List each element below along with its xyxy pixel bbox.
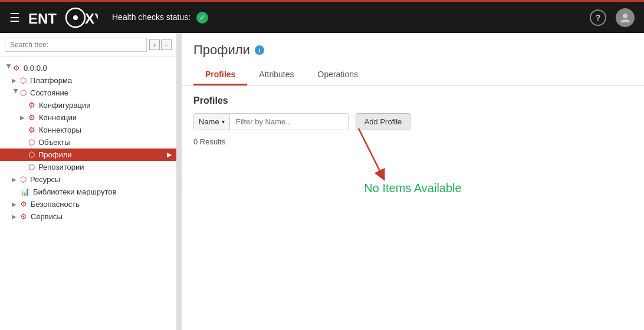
logo-svg: ENT XY bbox=[27, 6, 98, 29]
sidebar-item-configs[interactable]: ⚙ Конфигурации bbox=[0, 99, 176, 111]
repository-icon: ⬡ bbox=[28, 163, 35, 171]
topnav-right: ? bbox=[590, 8, 635, 27]
sidebar-item-label: Коннекторы bbox=[39, 126, 81, 134]
tabs: Profiles Attributes Operations bbox=[193, 65, 632, 85]
sidebar-item-label: Коннекции bbox=[39, 113, 77, 122]
state-icon: ⬡ bbox=[20, 88, 27, 97]
arrow-icon: ▶ bbox=[12, 213, 20, 220]
sidebar-item-label: Безопасность bbox=[31, 200, 80, 209]
arrow-icon: ▶ bbox=[13, 89, 19, 97]
main-layout: + − ▶ ⚙ 0.0.0.0 ▶ ⬡ Платформа ▶ ⬡ Состоя… bbox=[0, 33, 644, 330]
content-body: Profiles Name ▾ Add Profile 0 Results bbox=[182, 86, 644, 330]
sidebar-item-label: Сервисы bbox=[31, 212, 63, 221]
sidebar-item-services[interactable]: ▶ ⚙ Сервисы bbox=[0, 210, 176, 223]
chevron-right-icon: ▶ bbox=[167, 151, 172, 159]
search-bar: + − bbox=[0, 33, 176, 57]
annotation-arrow-sidebar bbox=[182, 87, 193, 182]
tab-operations[interactable]: Operations bbox=[306, 65, 370, 85]
security-icon: ⚙ bbox=[20, 200, 27, 209]
sidebar-item-label: Репозитории bbox=[38, 163, 84, 171]
arrow-icon: ▶ bbox=[12, 201, 20, 207]
tab-attributes[interactable]: Attributes bbox=[247, 65, 305, 85]
libraries-icon: 📊 bbox=[20, 187, 29, 196]
sidebar-item-label: Библиотеки маршрутов bbox=[33, 187, 116, 196]
arrow-icon: ▶ bbox=[6, 64, 12, 72]
objects-icon: ⬡ bbox=[28, 138, 35, 147]
health-status-label: Health checks status: ✓ bbox=[112, 12, 590, 24]
sidebar-item-platform[interactable]: ▶ ⬡ Платформа bbox=[0, 74, 176, 87]
services-icon: ⚙ bbox=[20, 212, 27, 221]
sidebar: + − ▶ ⚙ 0.0.0.0 ▶ ⬡ Платформа ▶ ⬡ Состоя… bbox=[0, 33, 177, 330]
sidebar-item-label: Состояние bbox=[30, 88, 68, 97]
search-input[interactable] bbox=[5, 38, 147, 52]
profiles-icon: ⬡ bbox=[28, 150, 35, 159]
results-count: 0 Results bbox=[193, 137, 632, 146]
chevron-down-icon: ▾ bbox=[222, 118, 225, 125]
sidebar-item-connections[interactable]: ▶ ⚙ Коннекции bbox=[0, 111, 176, 124]
sidebar-item-repository[interactable]: ⬡ Репозитории bbox=[0, 161, 176, 173]
help-button[interactable]: ? bbox=[590, 9, 606, 26]
content-header: Профили i Profiles Attributes Operations bbox=[182, 33, 644, 86]
arrow-icon: ▶ bbox=[20, 114, 28, 121]
filter-by-name-input[interactable] bbox=[230, 114, 348, 130]
filter-name-label: Name ▾ bbox=[194, 114, 230, 130]
sidebar-item-objects[interactable]: ⬡ Объекты bbox=[0, 136, 176, 148]
svg-point-4 bbox=[623, 14, 627, 18]
sidebar-item-label: Ресурсы bbox=[30, 175, 60, 184]
svg-text:ENT: ENT bbox=[28, 11, 57, 27]
info-icon[interactable]: i bbox=[255, 45, 264, 55]
hamburger-menu[interactable]: ☰ bbox=[9, 11, 20, 25]
topnav: ☰ ENT XY Health checks status: ✓ ? bbox=[0, 0, 644, 33]
sidebar-tree: ▶ ⚙ 0.0.0.0 ▶ ⬡ Платформа ▶ ⬡ Состояние … bbox=[0, 57, 176, 330]
content-area: Профили i Profiles Attributes Operations… bbox=[182, 33, 644, 330]
connectors-icon: ⚙ bbox=[28, 126, 35, 134]
health-check-icon: ✓ bbox=[196, 12, 208, 24]
logo: ENT XY bbox=[27, 6, 98, 29]
section-title: Profiles bbox=[193, 95, 632, 106]
configs-icon: ⚙ bbox=[28, 101, 35, 110]
user-avatar[interactable] bbox=[616, 8, 635, 27]
page-title: Профили i bbox=[193, 42, 632, 58]
expand-all-button[interactable]: + bbox=[149, 39, 160, 50]
sidebar-item-security[interactable]: ▶ ⚙ Безопасность bbox=[0, 198, 176, 210]
collapse-all-button[interactable]: − bbox=[161, 39, 172, 50]
arrow-icon: ▶ bbox=[12, 77, 20, 84]
svg-point-2 bbox=[73, 15, 78, 20]
name-filter: Name ▾ bbox=[193, 113, 349, 130]
sidebar-item-connectors[interactable]: ⚙ Коннекторы bbox=[0, 124, 176, 136]
tree-controls: + − bbox=[149, 39, 172, 50]
sidebar-resize-handle[interactable]: ⋮ bbox=[177, 33, 182, 330]
tab-profiles[interactable]: Profiles bbox=[193, 65, 247, 85]
platform-icon: ⬡ bbox=[20, 76, 27, 85]
sidebar-item-libraries[interactable]: 📊 Библиотеки маршрутов bbox=[0, 186, 176, 198]
svg-text:XY: XY bbox=[85, 11, 98, 27]
add-profile-button[interactable]: Add Profile bbox=[356, 113, 411, 130]
avatar-icon bbox=[619, 12, 631, 24]
sidebar-item-profiles[interactable]: ⬡ Профили ▶ bbox=[0, 148, 176, 161]
sidebar-item-root[interactable]: ▶ ⚙ 0.0.0.0 bbox=[0, 62, 176, 74]
sidebar-item-label: 0.0.0.0 bbox=[24, 64, 47, 72]
root-icon: ⚙ bbox=[13, 64, 20, 72]
sidebar-item-label: Профили bbox=[38, 150, 72, 159]
connections-icon: ⚙ bbox=[28, 113, 35, 122]
resources-icon: ⬡ bbox=[20, 175, 27, 184]
filter-row: Name ▾ Add Profile bbox=[193, 113, 632, 130]
arrow-icon: ▶ bbox=[12, 176, 20, 183]
sidebar-item-label: Объекты bbox=[38, 138, 70, 147]
no-items-message: No Items Available bbox=[193, 182, 632, 195]
sidebar-item-resources[interactable]: ▶ ⬡ Ресурсы bbox=[0, 173, 176, 186]
sidebar-item-label: Платформа bbox=[30, 76, 72, 85]
sidebar-item-label: Конфигурации bbox=[39, 101, 90, 110]
sidebar-item-state[interactable]: ▶ ⬡ Состояние bbox=[0, 87, 176, 99]
